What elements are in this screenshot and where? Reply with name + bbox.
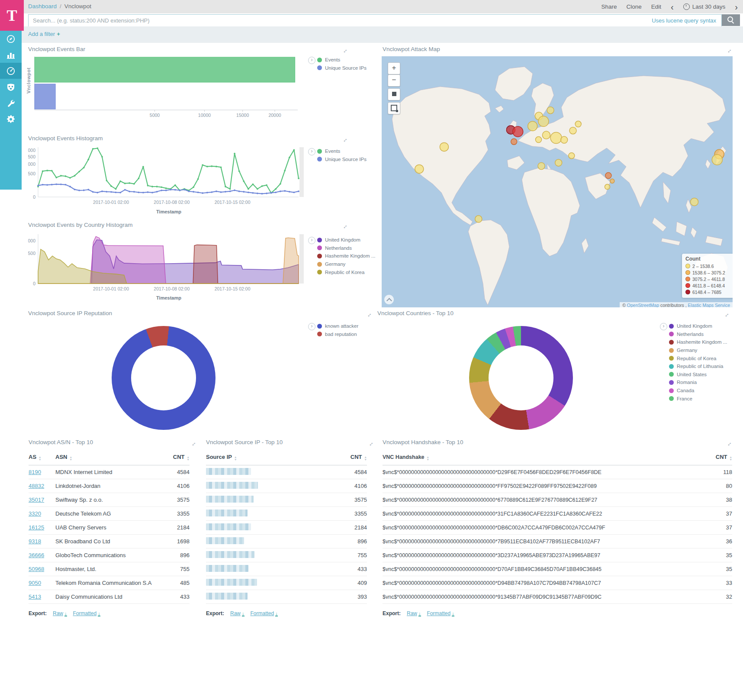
attack-map[interactable]: + − Count 2 – 1538.6 1538.6 – 3075.2 307… — [382, 56, 733, 307]
sidebar-item-visualize[interactable] — [0, 47, 22, 63]
download-icon: ↓ — [275, 611, 278, 616]
legend-item[interactable]: Germany — [317, 260, 375, 268]
ems-link[interactable]: Elastic Maps Service — [688, 303, 730, 307]
legend-item[interactable]: Germany — [669, 346, 727, 355]
column-header-asn[interactable]: ASN▲▼ — [55, 454, 162, 462]
handshake-cell: $vnc$*00000000000000000000000000000000*7… — [383, 539, 704, 545]
map-zoom-out-button[interactable]: − — [388, 74, 400, 87]
edit-button[interactable]: Edit — [651, 3, 661, 10]
as-link[interactable]: 9318 — [29, 538, 41, 545]
export-raw-link[interactable]: Raw — [407, 610, 417, 616]
expand-icon[interactable]: ↔ — [340, 135, 350, 145]
legend-item[interactable]: Events — [317, 147, 367, 155]
as-link[interactable]: 50968 — [29, 566, 44, 572]
expand-icon[interactable]: ↔ — [188, 439, 198, 448]
legend-item[interactable]: Romania — [669, 378, 727, 387]
legend-toggle-icon[interactable]: › — [308, 323, 315, 330]
column-header-cnt[interactable]: CNT▲▼ — [162, 454, 190, 462]
country-histogram-chart[interactable]: 050010002017-10-01 02:002017-10-08 02:00… — [28, 230, 309, 295]
column-header-as[interactable]: AS▲▼ — [29, 454, 55, 462]
legend-dot — [669, 388, 674, 393]
legend-item[interactable]: United Kingdom — [669, 322, 727, 330]
cnt-cell: 4106 — [162, 483, 190, 489]
events-bar-chart[interactable]: 5000100001500020000 — [28, 55, 309, 119]
legend-item[interactable]: Republic of Lithuania — [669, 362, 727, 371]
legend-item[interactable]: Hashemite Kingdom ... — [669, 338, 727, 346]
sidebar-nav — [0, 31, 22, 190]
as-link[interactable]: 8190 — [29, 469, 41, 475]
as-link[interactable]: 36666 — [29, 552, 44, 558]
legend-item[interactable]: United States — [669, 371, 727, 379]
expand-icon[interactable]: ↔ — [721, 310, 731, 319]
sidebar-item-devtools[interactable] — [0, 95, 22, 111]
export-raw-link[interactable]: Raw — [53, 610, 63, 616]
expand-icon[interactable]: ↔ — [364, 310, 374, 319]
expand-icon[interactable]: ↔ — [366, 439, 376, 448]
export-raw-link[interactable]: Raw — [230, 610, 241, 616]
clone-button[interactable]: Clone — [627, 3, 642, 10]
legend-item[interactable]: Unique Source IPs — [317, 155, 367, 164]
legend-toggle-icon[interactable]: › — [308, 237, 315, 244]
map-collapse-button[interactable] — [384, 295, 394, 304]
add-filter-link[interactable]: Add a filter+ — [28, 31, 60, 37]
expand-icon[interactable]: ↔ — [340, 45, 350, 55]
time-forward-icon[interactable]: › — [735, 3, 738, 11]
sidebar-item-discover[interactable] — [0, 31, 22, 47]
expand-icon[interactable]: ↔ — [724, 439, 734, 448]
export-formatted-link[interactable]: Formatted — [251, 610, 274, 616]
as-link[interactable]: 9050 — [29, 580, 41, 586]
legend-toggle-icon[interactable]: › — [660, 323, 667, 330]
t-logo[interactable]: T — [0, 0, 24, 31]
export-formatted-link[interactable]: Formatted — [73, 610, 97, 616]
legend-item[interactable]: Unique Source IPs — [317, 64, 367, 72]
sidebar-item-dashboard[interactable] — [0, 63, 22, 79]
search-button[interactable] — [722, 14, 740, 26]
legend-toggle-icon[interactable]: › — [308, 148, 315, 155]
legend-item[interactable]: bad reputation — [317, 330, 358, 339]
as-link[interactable]: 35017 — [29, 497, 44, 503]
legend-item[interactable]: Republic of Korea — [669, 354, 727, 362]
column-header-cnt[interactable]: CNT▲▼ — [704, 454, 732, 462]
as-link[interactable]: 48832 — [29, 483, 44, 489]
events-bar-legend: Events Unique Source IPs — [317, 56, 367, 72]
countries-donut-chart[interactable] — [469, 326, 573, 430]
column-header-cnt[interactable]: CNT▲▼ — [339, 454, 367, 462]
map-zoom-in-button[interactable]: + — [388, 62, 400, 74]
column-header-vnc-handshake[interactable]: VNC Handshake▲▼ — [383, 454, 704, 462]
legend-dot — [317, 270, 322, 274]
sidebar-item-honeypot[interactable] — [0, 79, 22, 95]
search-input[interactable] — [29, 17, 652, 24]
events-histogram-chart[interactable]: 05001000150020002017-10-01 02:002017-10-… — [28, 143, 309, 208]
table-header: AS▲▼ ASN▲▼ CNT▲▼ — [29, 451, 190, 465]
map-draw-filter-button[interactable] — [388, 102, 400, 114]
map-fit-bounds-button[interactable] — [388, 88, 400, 100]
time-range-picker[interactable]: Last 30 days — [683, 3, 726, 10]
legend-item[interactable]: Netherlands — [669, 330, 727, 339]
breadcrumb-dashboard-link[interactable]: Dashboard — [28, 3, 57, 10]
legend-item[interactable]: Netherlands — [317, 244, 375, 252]
as-link[interactable]: 3320 — [29, 510, 41, 517]
legend-toggle-icon[interactable]: › — [308, 57, 315, 64]
cnt-cell: 485 — [162, 580, 190, 586]
expand-icon[interactable]: ↔ — [340, 221, 350, 231]
legend-dot — [669, 372, 674, 377]
osm-link[interactable]: OpenStreetMap — [627, 303, 659, 307]
legend-item[interactable]: known attacker — [317, 322, 358, 330]
time-back-icon[interactable]: ‹ — [671, 3, 674, 11]
expand-icon[interactable]: ↔ — [724, 45, 734, 55]
legend-item[interactable]: Hashemite Kingdom ... — [317, 252, 375, 260]
legend-item[interactable]: Republic of Korea — [317, 268, 375, 276]
reputation-donut-chart[interactable] — [112, 326, 216, 430]
sidebar-item-management[interactable] — [0, 111, 22, 127]
share-button[interactable]: Share — [601, 3, 617, 10]
export-formatted-link[interactable]: Formatted — [427, 610, 451, 616]
legend-item[interactable]: France — [669, 394, 727, 403]
lucene-syntax-link[interactable]: Uses lucene query syntax — [652, 17, 716, 24]
as-link[interactable]: 16125 — [29, 524, 44, 531]
legend-item[interactable]: Canada — [669, 387, 727, 395]
column-header-source-ip[interactable]: Source IP▲▼ — [206, 454, 339, 462]
svg-text:10000: 10000 — [198, 113, 211, 118]
as-link[interactable]: 5413 — [29, 594, 41, 600]
legend-item[interactable]: United Kingdom — [317, 236, 375, 244]
legend-item[interactable]: Events — [317, 56, 367, 64]
